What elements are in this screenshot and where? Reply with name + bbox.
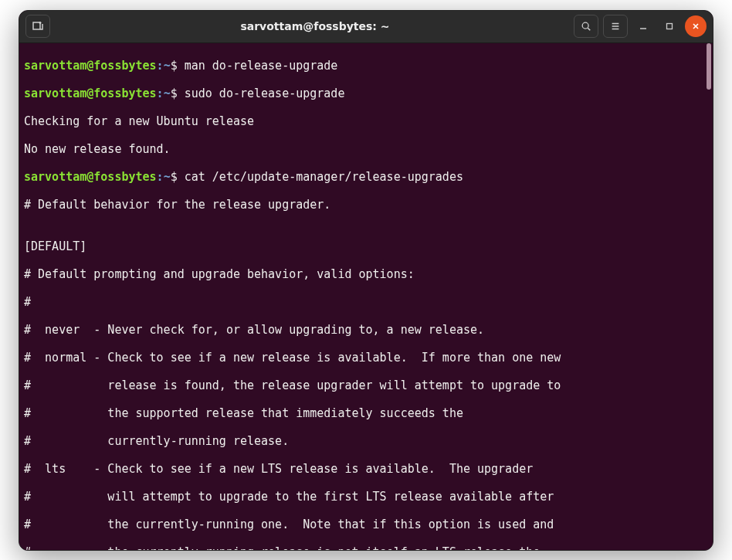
close-button[interactable] (685, 15, 707, 37)
output-line: # Default prompting and upgrade behavior… (24, 267, 708, 281)
output-line: # (24, 295, 708, 309)
prompt-user: sarvottam@fossbytes (24, 170, 157, 184)
prompt-user: sarvottam@fossbytes (24, 87, 157, 100)
output-line: No new release found. (24, 142, 708, 156)
prompt-line: sarvottam@fossbytes:~$ man do-release-up… (24, 59, 708, 73)
window-title: sarvottam@fossbytes: ~ (56, 20, 574, 32)
prompt-line: sarvottam@fossbytes:~$ sudo do-release-u… (24, 87, 708, 100)
command-text: man do-release-upgrade (185, 59, 338, 73)
prompt-sep: : (157, 170, 164, 184)
terminal-area[interactable]: sarvottam@fossbytes:~$ man do-release-up… (19, 43, 713, 550)
output-line: # the currently-running release is not i… (24, 545, 708, 550)
output-line: # release is found, the release upgrader… (24, 378, 708, 392)
output-line: # Default behavior for the release upgra… (24, 198, 708, 212)
prompt-line: sarvottam@fossbytes:~$ cat /etc/update-m… (24, 170, 708, 184)
prompt-path: ~ (164, 87, 171, 100)
minimize-icon (639, 22, 647, 30)
output-line: # normal - Check to see if a new release… (24, 351, 708, 365)
terminal-window: sarvottam@fossbytes: ~ sarvottam@fossbyt… (19, 10, 713, 551)
output-line: # never - Never check for, or allow upgr… (24, 323, 708, 337)
search-button[interactable] (574, 15, 598, 38)
svg-point-0 (582, 22, 588, 29)
search-icon (581, 21, 591, 32)
output-line: # will attempt to upgrade to the first L… (24, 490, 708, 504)
new-tab-icon (32, 20, 44, 32)
output-line: # the supported release that immediately… (24, 406, 708, 420)
prompt-symbol: $ (171, 59, 178, 73)
prompt-sep: : (157, 59, 164, 73)
maximize-button[interactable] (659, 15, 680, 37)
output-line: [DEFAULT] (24, 239, 708, 253)
scrollbar-thumb[interactable] (707, 43, 711, 90)
svg-line-1 (588, 28, 590, 30)
hamburger-icon (610, 21, 621, 32)
menu-button[interactable] (603, 15, 628, 38)
minimize-button[interactable] (632, 15, 654, 37)
prompt-symbol: $ (171, 87, 178, 100)
new-tab-button[interactable] (25, 15, 50, 38)
prompt-path: ~ (164, 170, 171, 184)
prompt-user: sarvottam@fossbytes (24, 59, 157, 73)
output-line: # lts - Check to see if a new LTS releas… (24, 462, 708, 476)
scrollbar[interactable] (707, 43, 711, 550)
output-line: # currently-running release. (24, 434, 708, 448)
output-line: Checking for a new Ubuntu release (24, 114, 708, 128)
prompt-symbol: $ (171, 170, 178, 184)
output-line: # the currently-running one. Note that i… (24, 518, 708, 531)
prompt-path: ~ (164, 59, 171, 73)
svg-rect-6 (667, 24, 673, 29)
prompt-sep: : (157, 87, 164, 100)
command-text: sudo do-release-upgrade (185, 87, 345, 100)
command-text: cat /etc/update-manager/release-upgrades (185, 170, 463, 184)
maximize-icon (666, 22, 673, 30)
titlebar: sarvottam@fossbytes: ~ (19, 11, 713, 43)
close-icon (692, 22, 700, 30)
